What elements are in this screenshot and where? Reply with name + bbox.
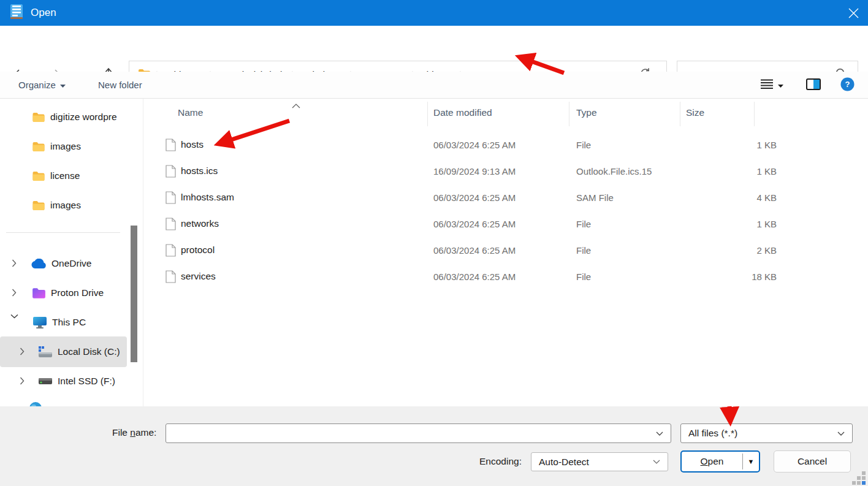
notepad-icon <box>9 3 25 23</box>
open-split-button[interactable]: Open ▼ <box>680 450 760 473</box>
ssd-drive-icon <box>38 377 53 385</box>
help-icon: ? <box>840 77 855 93</box>
onedrive-cloud-icon <box>31 259 47 269</box>
file-icon <box>166 165 176 180</box>
column-header-date-modified[interactable]: Date modified <box>433 107 492 118</box>
expand-chevron-icon[interactable] <box>20 377 25 385</box>
file-row-protocol[interactable]: protocol 06/03/2024 6:25 AM File 2 KB <box>146 238 868 264</box>
file-row-hosts[interactable]: hosts 06/03/2024 6:25 AM File 1 KB <box>146 132 868 159</box>
file-icon <box>166 218 176 233</box>
file-icon <box>166 191 176 207</box>
chevron-down-icon <box>60 80 66 90</box>
expand-chevron-icon[interactable] <box>12 259 17 267</box>
monitor-icon <box>32 316 47 328</box>
view-mode-button[interactable] <box>760 72 783 98</box>
pane-separator <box>143 99 143 406</box>
encoding-select[interactable]: Auto-Detect <box>531 452 668 471</box>
file-name-combobox <box>166 423 671 443</box>
sidebar-item-images-2[interactable]: images <box>32 194 143 216</box>
file-row-lmhosts-sam[interactable]: lmhosts.sam 06/03/2024 6:25 AM SAM File … <box>146 185 868 211</box>
hard-drive-icon <box>38 346 53 358</box>
file-icon <box>166 270 176 286</box>
chevron-down-icon <box>837 431 852 436</box>
navigation-pane: digitize wordpre images license images O… <box>0 99 143 406</box>
expand-chevron-icon[interactable] <box>20 347 25 355</box>
file-list: Name Date modified Type Size hosts 06/03… <box>146 99 868 406</box>
help-button[interactable]: ? <box>840 72 855 98</box>
sidebar-item-images[interactable]: images <box>32 135 143 158</box>
file-icon <box>166 139 176 154</box>
sidebar-item-this-pc[interactable]: This PC <box>32 311 143 333</box>
command-toolbar: Organize New folder ? <box>0 72 868 99</box>
sidebar-item-onedrive[interactable]: OneDrive <box>31 252 143 275</box>
title-bar: Open <box>0 0 868 26</box>
chevron-down-icon <box>778 80 783 90</box>
sidebar-scrollbar[interactable] <box>131 226 137 362</box>
sidebar-item-intel-ssd-f[interactable]: Intel SSD (F:) <box>38 370 143 392</box>
resize-grip[interactable] <box>853 471 867 485</box>
sidebar-divider <box>6 232 120 233</box>
navigation-row: This PC Local Disk (C:) Windows System32… <box>0 26 868 72</box>
expand-chevron-icon[interactable] <box>12 289 17 297</box>
window-title: Open <box>31 7 56 19</box>
file-row-hosts-ics[interactable]: hosts.ics 16/09/2024 9:13 AM Outlook.Fil… <box>146 159 868 185</box>
organize-button[interactable]: Organize <box>18 72 66 98</box>
open-dropdown-arrow[interactable]: ▼ <box>743 458 759 465</box>
new-folder-button[interactable]: New folder <box>98 72 142 98</box>
preview-pane-icon <box>806 78 821 92</box>
file-icon <box>166 244 176 259</box>
encoding-label: Encoding: <box>479 456 522 467</box>
file-row-networks[interactable]: networks 06/03/2024 6:25 AM File 1 KB <box>146 211 868 238</box>
organize-label: Organize <box>18 80 56 90</box>
sidebar-item-digitize-wordpress[interactable]: digitize wordpre <box>32 106 143 128</box>
sidebar-item-local-disk-c[interactable]: Local Disk (C:) <box>38 341 143 363</box>
chevron-down-icon[interactable] <box>656 431 671 436</box>
file-name-label: File name: <box>112 427 156 438</box>
new-folder-label: New folder <box>98 80 142 90</box>
dialog-footer: File name: All files (*.*) Encoding: Aut… <box>0 406 868 486</box>
svg-text:?: ? <box>845 80 850 89</box>
sidebar-item-proton-drive[interactable]: Proton Drive <box>32 282 143 304</box>
open-button-label: Open <box>682 456 742 467</box>
sort-ascending-icon <box>292 100 300 111</box>
collapse-chevron-icon[interactable] <box>10 314 18 319</box>
open-file-dialog: Open This PC L <box>0 0 868 486</box>
file-type-select[interactable]: All files (*.*) <box>680 423 853 443</box>
column-header-name[interactable]: Name <box>178 107 203 118</box>
close-button[interactable] <box>839 0 868 26</box>
network-globe-icon[interactable] <box>29 400 44 406</box>
sidebar-item-license[interactable]: license <box>32 165 143 187</box>
column-header-type[interactable]: Type <box>576 107 597 118</box>
details-view-icon <box>760 78 774 92</box>
chevron-down-icon <box>653 460 668 464</box>
column-header-size[interactable]: Size <box>686 107 704 118</box>
cancel-button[interactable]: Cancel <box>774 450 851 473</box>
file-row-services[interactable]: services 06/03/2024 6:25 AM File 18 KB <box>146 264 868 290</box>
file-name-input[interactable] <box>166 424 656 442</box>
preview-pane-button[interactable] <box>806 72 821 98</box>
proton-folder-icon <box>32 287 46 299</box>
